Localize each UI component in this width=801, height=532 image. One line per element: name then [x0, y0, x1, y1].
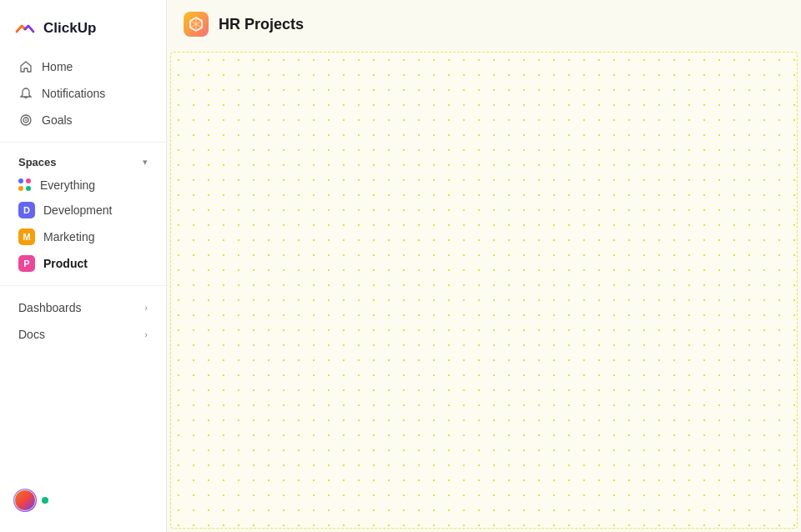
main-content: HR Projects — [167, 0, 801, 532]
marketing-badge: M — [18, 228, 35, 245]
svg-point-2 — [25, 119, 27, 121]
dashboards-label: Dashboards — [18, 301, 82, 314]
everything-dots-icon — [18, 178, 32, 192]
logo-text: ClickUp — [43, 20, 96, 37]
main-header: HR Projects — [167, 0, 801, 48]
development-badge: D — [18, 202, 35, 218]
online-status-dot — [42, 497, 48, 504]
goals-icon — [18, 113, 33, 128]
spaces-chevron-icon: ▾ — [143, 157, 148, 168]
logo-area: ClickUp — [0, 10, 166, 53]
space-product-label: Product — [43, 257, 88, 270]
spaces-section-header[interactable]: Spaces ▾ — [5, 151, 161, 173]
nav-item-home[interactable]: Home — [5, 53, 161, 80]
product-badge: P — [18, 255, 35, 272]
divider-2 — [0, 285, 166, 286]
sidebar: ClickUp Home Notifications Goals — [0, 0, 167, 532]
space-item-everything[interactable]: Everything — [5, 173, 161, 197]
sidebar-footer — [0, 479, 166, 522]
clickup-logo-icon — [13, 17, 37, 40]
avatar-background — [13, 489, 37, 512]
page-icon — [184, 12, 209, 37]
expandable-dashboards[interactable]: Dashboards › — [5, 294, 161, 321]
user-avatar — [14, 489, 36, 511]
space-development-label: Development — [43, 203, 113, 217]
space-item-marketing[interactable]: M Marketing — [5, 223, 161, 250]
spaces-title: Spaces — [18, 156, 57, 168]
user-avatar-area[interactable] — [13, 489, 48, 512]
space-marketing-label: Marketing — [43, 230, 94, 243]
nav-home-label: Home — [42, 60, 73, 73]
divider-1 — [0, 142, 166, 143]
home-icon — [18, 59, 33, 74]
expandable-docs[interactable]: Docs › — [5, 321, 161, 348]
space-item-development[interactable]: D Development — [5, 197, 161, 223]
nav-notifications-label: Notifications — [42, 87, 105, 100]
nav-item-notifications[interactable]: Notifications — [5, 80, 161, 107]
space-everything-label: Everything — [40, 178, 95, 192]
nav-goals-label: Goals — [42, 113, 73, 127]
docs-chevron-icon: › — [144, 329, 148, 339]
dashboards-chevron-icon: › — [144, 303, 148, 313]
dot-grid-canvas[interactable] — [170, 52, 798, 529]
docs-label: Docs — [18, 328, 45, 341]
space-item-product[interactable]: P Product — [5, 250, 161, 277]
page-title: HR Projects — [219, 16, 304, 33]
nav-item-goals[interactable]: Goals — [5, 107, 161, 133]
bell-icon — [18, 86, 33, 101]
